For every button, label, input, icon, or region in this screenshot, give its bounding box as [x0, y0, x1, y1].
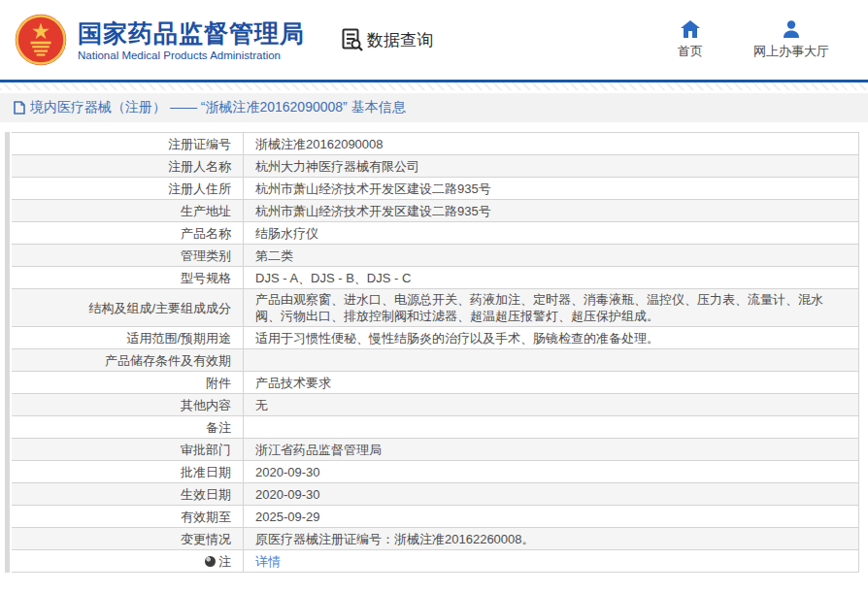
row-label: 型号规格: [12, 267, 243, 288]
table-row: 审批部门 浙江省药品监督管理局: [12, 439, 858, 461]
row-label: 管理类别: [12, 245, 243, 266]
user-icon: [782, 20, 801, 38]
row-label: 生效日期: [12, 483, 243, 505]
detail-link[interactable]: 详情: [255, 553, 281, 570]
row-value: 结肠水疗仪: [243, 222, 858, 244]
breadcrumb: 境内医疗器械（注册） —— “浙械注准20162090008” 基本信息: [0, 93, 868, 122]
detail-table-wrap: 注册证编号 浙械注准20162090008 注册人名称 杭州大力神医疗器械有限公…: [5, 132, 859, 573]
row-value: 浙械注准20162090008: [243, 133, 858, 154]
table-row-note: 注 详情: [12, 550, 858, 573]
row-label: 其他内容: [12, 394, 243, 415]
row-label: 附件: [12, 372, 243, 393]
data-search-icon: [342, 28, 363, 51]
nav-home-label: 首页: [678, 43, 703, 60]
row-value: 第二类: [243, 245, 858, 266]
note-bullet-icon: [205, 556, 216, 567]
row-value: 产品技术要求: [243, 372, 858, 393]
row-value: 无: [243, 394, 858, 415]
row-label: 变更情况: [12, 528, 243, 549]
row-value: 杭州大力神医疗器械有限公司: [243, 155, 858, 177]
row-label: 适用范围/预期用途: [12, 327, 243, 348]
row-label: 有效期至: [12, 506, 243, 527]
table-row: 备注: [12, 416, 858, 439]
table-row: 注册人住所 杭州市萧山经济技术开发区建设二路935号: [12, 178, 858, 200]
row-label: 结构及组成/主要组成成分: [12, 289, 243, 326]
row-label: 产品储存条件及有效期: [12, 349, 243, 371]
row-value: [243, 349, 858, 371]
table-row: 结构及组成/主要组成成分 产品由观察窗、进水口、电源总开关、药液加注、定时器、消…: [12, 289, 858, 327]
row-label: 注册人名称: [12, 155, 243, 177]
row-label: 审批部门: [12, 439, 243, 460]
row-label: 注: [12, 550, 243, 572]
org-name-en: National Medical Products Administration: [78, 49, 305, 61]
detail-table: 注册证编号 浙械注准20162090008 注册人名称 杭州大力神医疗器械有限公…: [12, 132, 859, 573]
table-row: 附件 产品技术要求: [12, 372, 858, 394]
row-value: 适用于习惯性便秘、慢性结肠炎的治疗以及手术、肠镜检查的准备处理。: [243, 327, 858, 348]
page-header: 国家药品监督管理局 National Medical Products Admi…: [0, 0, 868, 80]
row-value: 杭州市萧山经济技术开发区建设二路935号: [243, 200, 858, 221]
home-icon: [681, 20, 700, 38]
row-value: 浙江省药品监督管理局: [243, 439, 858, 460]
row-value: 杭州市萧山经济技术开发区建设二路935号: [243, 178, 858, 199]
national-emblem-icon: [14, 13, 68, 67]
table-row: 管理类别 第二类: [12, 245, 858, 267]
row-label: 备注: [12, 416, 243, 438]
note-label: 注: [218, 553, 231, 570]
nav-data-query[interactable]: 数据查询: [342, 28, 433, 51]
table-left-strip: [5, 132, 10, 573]
table-row: 产品名称 结肠水疗仪: [12, 222, 858, 245]
table-row: 注册证编号 浙械注准20162090008: [12, 133, 858, 155]
table-row: 有效期至 2025-09-29: [12, 506, 858, 528]
nav-service-hall-label: 网上办事大厅: [753, 43, 829, 60]
row-value: 2025-09-29: [243, 506, 858, 527]
table-row: 型号规格 DJS - A、DJS - B、DJS - C: [12, 267, 858, 289]
hatch-band: [0, 82, 868, 90]
row-label: 生产地址: [12, 200, 243, 221]
brand-block: 国家药品监督管理局 National Medical Products Admi…: [78, 18, 305, 61]
table-row: 生产地址 杭州市萧山经济技术开发区建设二路935号: [12, 200, 858, 222]
table-row: 批准日期 2020-09-30: [12, 461, 858, 483]
breadcrumb-text: 境内医疗器械（注册） —— “浙械注准20162090008” 基本信息: [30, 99, 406, 116]
document-icon: [14, 101, 25, 115]
row-label: 注册人住所: [12, 178, 243, 199]
row-value: [243, 416, 858, 438]
nav-service-hall[interactable]: 网上办事大厅: [753, 20, 829, 60]
org-name-cn: 国家药品监督管理局: [78, 18, 305, 48]
nav-home[interactable]: 首页: [678, 20, 703, 60]
row-value: 2020-09-30: [243, 483, 858, 505]
row-value: 产品由观察窗、进水口、电源总开关、药液加注、定时器、消毒液瓶、温控仪、压力表、流…: [243, 289, 858, 326]
row-value: DJS - A、DJS - B、DJS - C: [243, 267, 858, 288]
table-row: 适用范围/预期用途 适用于习惯性便秘、慢性结肠炎的治疗以及手术、肠镜检查的准备处…: [12, 327, 858, 349]
table-row: 注册人名称 杭州大力神医疗器械有限公司: [12, 155, 858, 178]
row-value: 原医疗器械注册证编号：浙械注准20162260008。: [243, 528, 858, 549]
table-row: 生效日期 2020-09-30: [12, 483, 858, 506]
row-label: 产品名称: [12, 222, 243, 244]
table-row: 产品储存条件及有效期: [12, 349, 858, 372]
row-value: 详情: [243, 550, 858, 572]
row-label: 批准日期: [12, 461, 243, 482]
row-value: 2020-09-30: [243, 461, 858, 482]
table-row: 变更情况 原医疗器械注册证编号：浙械注准20162260008。: [12, 528, 858, 550]
table-row: 其他内容 无: [12, 394, 858, 416]
row-label: 注册证编号: [12, 133, 243, 154]
nav-data-query-label: 数据查询: [367, 29, 433, 51]
